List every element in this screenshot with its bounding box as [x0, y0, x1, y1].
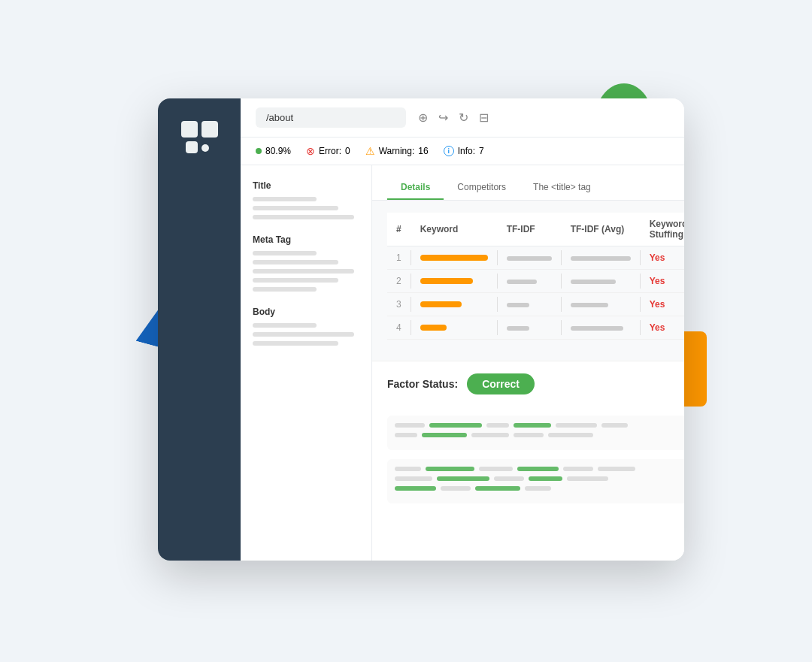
score-value: 80.9% [265, 146, 291, 156]
tfidf-cell-1 [498, 246, 561, 269]
scene: /about ⊕ ↪ ↻ ⊟ 80.9% ⊗ Error: 0 [83, 61, 729, 602]
seg [479, 467, 513, 471]
seg [395, 467, 421, 471]
tfidf-avg-cell-4 [562, 316, 640, 339]
nav-section-title: Title [253, 180, 359, 219]
seg-green [517, 467, 559, 471]
seg [486, 423, 509, 428]
error-label: Error: [319, 146, 341, 156]
share-icon[interactable]: ↪ [438, 110, 448, 125]
warning-status: ⚠ Warning: 16 [365, 145, 429, 157]
seg-green [475, 486, 520, 491]
table-row: 2 Yes [387, 269, 684, 292]
col-header-stuffing: Keyword Stuffing [641, 213, 684, 246]
col-header-keyword: Keyword [411, 213, 497, 246]
main-panel: Details Competitors The <title> tag # Ke… [372, 165, 684, 561]
text-line-1 [395, 423, 684, 428]
tfidf-cell-4 [498, 316, 561, 339]
tfidf-cell-3 [498, 292, 561, 316]
seg-green [395, 486, 436, 491]
text-line-5 [395, 486, 684, 491]
bookmark-icon[interactable]: ⊟ [479, 110, 489, 125]
info-label: Info: [458, 146, 475, 156]
nav-section-meta: Meta Tag [253, 234, 359, 292]
row-num-1: 1 [387, 246, 411, 269]
refresh-icon[interactable]: ↻ [459, 110, 468, 125]
nav-ph-1 [253, 197, 317, 201]
tfidf-avg-cell-1 [562, 246, 640, 269]
table-row: 3 Yes [387, 292, 684, 316]
seg-green [529, 476, 562, 481]
keyword-cell-2 [411, 269, 497, 292]
browser-window: /about ⊕ ↪ ↻ ⊟ 80.9% ⊗ Error: 0 [158, 98, 684, 561]
text-line-3 [395, 467, 684, 471]
nav-meta-label: Meta Tag [253, 234, 359, 245]
score-status: 80.9% [256, 146, 291, 156]
text-block-1 [387, 416, 684, 450]
seg [494, 476, 524, 481]
sidebar [158, 98, 241, 561]
tfidf-avg-cell-3 [562, 292, 640, 316]
nav-ph-7 [253, 278, 338, 283]
address-bar: /about ⊕ ↪ ↻ ⊟ [241, 98, 684, 138]
nav-section-body: Body [253, 307, 359, 346]
error-count: 0 [345, 146, 350, 156]
nav-ph-5 [253, 260, 338, 264]
table-row: 1 Yes [387, 246, 684, 269]
plus-icon[interactable]: ⊕ [418, 110, 428, 125]
stuffing-cell-1: Yes [641, 246, 684, 269]
tab-title-tag[interactable]: The <title> tag [520, 176, 604, 200]
row-num-2: 2 [387, 269, 411, 292]
keyword-table: # Keyword TF-IDF TF-IDF (Avg) Keyword St… [387, 213, 684, 340]
main-content: /about ⊕ ↪ ↻ ⊟ 80.9% ⊗ Error: 0 [241, 98, 684, 561]
tab-details[interactable]: Details [387, 176, 444, 200]
error-status: ⊗ Error: 0 [306, 145, 350, 157]
seg [601, 423, 628, 428]
info-count: 7 [479, 146, 484, 156]
col-header-num: # [387, 213, 411, 246]
seg-green [426, 467, 474, 471]
tfidf-cell-2 [498, 269, 561, 292]
nav-ph-10 [253, 332, 354, 337]
stuffing-cell-4: Yes [641, 316, 684, 339]
seg [556, 423, 597, 428]
factor-status-bar: Factor Status: Correct [372, 361, 684, 407]
url-display: /about [256, 107, 406, 128]
error-icon: ⊗ [306, 145, 315, 157]
factor-status-label: Factor Status: [387, 378, 458, 390]
seg [395, 423, 425, 428]
nav-ph-4 [253, 251, 317, 255]
seg-green [422, 433, 467, 437]
seg [471, 433, 509, 437]
info-icon: i [444, 146, 454, 156]
keyword-cell-3 [411, 292, 497, 316]
nav-title-label: Title [253, 180, 359, 191]
col-header-tfidf: TF-IDF [498, 213, 561, 246]
correct-badge: Correct [467, 373, 535, 394]
nav-ph-9 [253, 323, 317, 328]
status-bar: 80.9% ⊗ Error: 0 ⚠ Warning: 16 i Info: 7 [241, 138, 684, 165]
stuffing-cell-2: Yes [641, 269, 684, 292]
nav-ph-6 [253, 269, 354, 274]
logo-dot [201, 144, 209, 152]
nav-ph-8 [253, 287, 317, 292]
text-line-4 [395, 476, 684, 481]
tab-competitors[interactable]: Competitors [444, 176, 520, 200]
nav-ph-3 [253, 215, 354, 219]
text-preview [372, 407, 684, 561]
text-line-2 [395, 433, 684, 437]
left-nav: Title Meta Tag Body [241, 165, 372, 561]
seg [563, 467, 593, 471]
nav-ph-2 [253, 206, 338, 210]
content-area: Title Meta Tag Body [241, 165, 684, 561]
info-status: i Info: 7 [444, 146, 484, 156]
seg-green [429, 423, 482, 428]
toolbar-icons: ⊕ ↪ ↻ ⊟ [418, 110, 489, 125]
logo-square-1 [181, 121, 198, 138]
nav-body-label: Body [253, 307, 359, 317]
stuffing-cell-3: Yes [641, 292, 684, 316]
row-num-4: 4 [387, 316, 411, 339]
seg [395, 476, 432, 481]
warning-label: Warning: [379, 146, 415, 156]
tabs-bar: Details Competitors The <title> tag [372, 165, 684, 201]
